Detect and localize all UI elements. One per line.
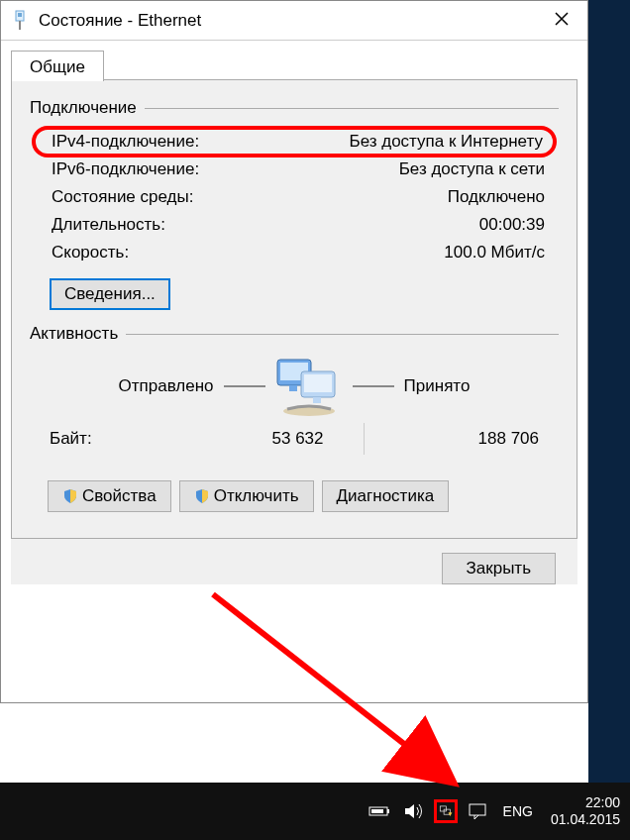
ipv6-row: IPv6-подключение: Без доступа к сети (32, 156, 557, 183)
tray-clock[interactable]: 22:00 01.04.2015 (547, 794, 624, 828)
bytes-sent: 53 632 (149, 429, 364, 449)
details-button[interactable]: Сведения... (50, 278, 170, 310)
svg-rect-7 (289, 385, 297, 391)
ipv4-row: IPv4-подключение: Без доступа к Интернет… (32, 126, 557, 158)
media-value: Подключено (448, 187, 545, 207)
duration-row: Длительность: 00:00:39 (32, 211, 557, 239)
sent-label: Отправлено (119, 376, 214, 396)
ipv4-label: IPv4-подключение: (52, 132, 199, 152)
svg-rect-6 (304, 374, 332, 392)
duration-label: Длительность: (52, 215, 165, 235)
disable-button[interactable]: Отключить (179, 480, 314, 512)
received-label: Принято (404, 376, 471, 396)
activity-group-title: Активность (30, 324, 118, 344)
svg-rect-15 (470, 804, 485, 815)
tab-general[interactable]: Общие (11, 51, 104, 81)
speed-value: 100.0 Мбит/с (444, 243, 545, 262)
desktop-background (588, 0, 630, 840)
shield-icon (194, 488, 210, 504)
titlebar[interactable]: Состояние - Ethernet (1, 1, 587, 41)
action-center-icon[interactable] (466, 799, 489, 823)
properties-button[interactable]: Свойства (48, 480, 171, 512)
dialog-footer: Закрыть (11, 539, 578, 584)
close-footer-button[interactable]: Закрыть (442, 553, 556, 584)
speed-row: Скорость: 100.0 Мбит/с (32, 239, 557, 266)
taskbar[interactable]: ENG 22:00 01.04.2015 (0, 783, 630, 840)
tab-panel: Подключение IPv4-подключение: Без доступ… (11, 80, 578, 539)
language-indicator[interactable]: ENG (499, 803, 537, 819)
shield-icon (62, 488, 78, 504)
svg-rect-2 (19, 21, 21, 30)
ipv6-label: IPv6-подключение: (52, 159, 199, 179)
ethernet-status-dialog: Состояние - Ethernet Общие Подключение I… (0, 0, 588, 703)
media-state-row: Состояние среды: Подключено (32, 183, 557, 211)
diagnose-button[interactable]: Диагностика (322, 480, 450, 512)
activity-group: Активность Отправлено (30, 324, 559, 512)
connection-group: Подключение IPv4-подключение: Без доступ… (30, 98, 559, 310)
volume-icon[interactable] (402, 799, 426, 823)
activity-graphic: Отправлено (30, 356, 559, 417)
bytes-row: Байт: 53 632 188 706 (30, 425, 559, 461)
svg-rect-1 (18, 13, 22, 17)
bytes-label: Байт: (50, 429, 149, 449)
battery-icon[interactable] (368, 799, 392, 823)
tab-area: Общие Подключение IPv4-подключение: Без … (1, 41, 587, 584)
media-label: Состояние среды: (52, 187, 193, 207)
connection-group-title: Подключение (30, 98, 137, 118)
ipv6-value: Без доступа к сети (399, 159, 545, 179)
computers-icon (275, 356, 343, 417)
tray-date: 01.04.2015 (551, 811, 620, 828)
bytes-received: 188 706 (365, 429, 540, 449)
network-tray-icon[interactable] (434, 799, 458, 823)
ipv4-value: Без доступа к Интернету (349, 132, 543, 152)
svg-rect-8 (313, 397, 321, 403)
ethernet-icon (11, 10, 29, 32)
close-button[interactable] (546, 7, 578, 34)
tray-time: 22:00 (551, 794, 620, 811)
window-title: Состояние - Ethernet (39, 11, 546, 31)
duration-value: 00:00:39 (479, 215, 545, 235)
svg-rect-13 (440, 806, 446, 811)
svg-rect-11 (387, 809, 389, 813)
speed-label: Скорость: (52, 243, 129, 262)
svg-rect-12 (371, 809, 383, 813)
